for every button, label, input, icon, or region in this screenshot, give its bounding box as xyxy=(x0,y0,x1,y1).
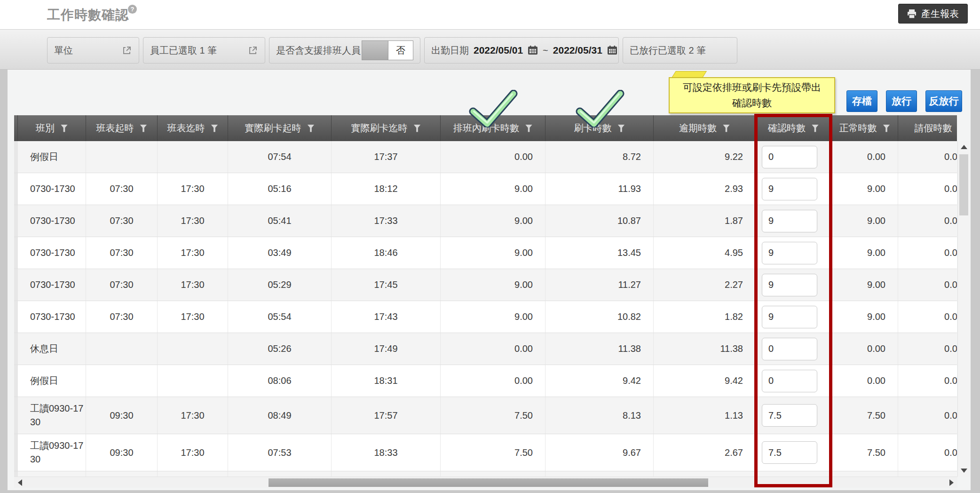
release-button[interactable]: 放行 xyxy=(886,90,917,112)
cell-card-hours: 10.82 xyxy=(545,301,654,333)
confirm-hours-input[interactable] xyxy=(762,210,817,232)
vertical-scrollbar-thumb[interactable] xyxy=(959,154,968,215)
confirm-hours-input[interactable] xyxy=(762,338,817,360)
cell-actual-start xyxy=(228,471,332,477)
calendar-icon[interactable] xyxy=(528,45,538,56)
column-header-label: 正常時數 xyxy=(839,122,877,135)
cell-card-hours: 9.42 xyxy=(545,365,654,397)
vertical-scrollbar[interactable] xyxy=(957,141,970,477)
cell-normal-hours: 9.00 xyxy=(831,205,898,237)
support-shift-label: 是否含支援排班人員 xyxy=(276,44,361,57)
scroll-down-arrow-icon[interactable] xyxy=(961,469,967,473)
filter-funnel-icon[interactable] xyxy=(61,125,68,132)
row-edge-cell xyxy=(14,365,18,397)
confirm-hours-input[interactable] xyxy=(762,370,817,392)
column-header-label: 實際刷卡迄時 xyxy=(351,122,408,135)
horizontal-scrollbar[interactable] xyxy=(14,477,957,488)
date-end-value[interactable]: 2022/05/31 xyxy=(553,45,602,56)
cell-actual-end: 17:57 xyxy=(332,397,441,434)
column-header[interactable]: 實際刷卡迄時 xyxy=(332,115,441,141)
cell-sched-start xyxy=(86,333,158,365)
confirm-hours-input[interactable] xyxy=(762,242,817,264)
row-edge-cell xyxy=(14,173,18,205)
filter-funnel-icon[interactable] xyxy=(414,125,421,132)
date-range-separator: ~ xyxy=(543,45,548,56)
cell-actual-start: 07:54 xyxy=(228,141,332,173)
cell-in-shift-hours: 7.50 xyxy=(441,397,545,434)
scroll-up-arrow-icon[interactable] xyxy=(961,145,967,149)
cell-sched-start: 07:30 xyxy=(86,173,158,205)
filter-funnel-icon[interactable] xyxy=(812,125,819,132)
column-header[interactable]: 班表迄時 xyxy=(158,115,228,141)
help-icon[interactable]: ? xyxy=(128,5,137,14)
cell-overdue-hours xyxy=(654,471,756,477)
cell-card-hours: 11.27 xyxy=(545,269,654,301)
cell-sched-start: 09:30 xyxy=(86,397,158,434)
generate-report-button[interactable]: 產生報表 xyxy=(898,4,968,24)
employee-filter-label: 員工已選取 1 筆 xyxy=(150,44,217,57)
date-start-value[interactable]: 2022/05/01 xyxy=(474,45,523,56)
horizontal-scrollbar-thumb[interactable] xyxy=(269,478,708,487)
cell-normal-hours: 7.50 xyxy=(831,397,898,434)
row-edge-cell xyxy=(14,237,18,269)
column-header[interactable]: 確認時數 xyxy=(756,115,831,141)
unit-filter[interactable]: 單位 xyxy=(47,37,139,64)
filter-funnel-icon[interactable] xyxy=(883,125,890,132)
unrelease-button[interactable]: 反放行 xyxy=(925,90,962,112)
confirm-hours-input[interactable] xyxy=(762,146,817,168)
cell-in-shift-hours: 9.00 xyxy=(441,173,545,205)
cell-normal-hours: 9.00 xyxy=(831,301,898,333)
callout-note: 可設定依排班或刷卡先預設帶出 確認時數 xyxy=(669,77,835,113)
cell-confirm-hours xyxy=(756,269,831,301)
confirm-hours-input[interactable] xyxy=(762,404,817,427)
table-row: 工讀0930-173009:3017:3008:4917:577.508.131… xyxy=(14,397,957,434)
page-title: 工作時數確認 xyxy=(47,6,129,24)
cell-sched-end: 17:30 xyxy=(158,269,228,301)
open-picker-icon[interactable] xyxy=(248,45,258,56)
attendance-date-filter: 出勤日期 2022/05/01 ~ 2022/05/31 xyxy=(424,37,619,64)
confirm-hours-input[interactable] xyxy=(762,274,817,296)
filter-funnel-icon[interactable] xyxy=(211,125,218,132)
filter-funnel-icon[interactable] xyxy=(308,125,315,132)
column-header[interactable]: 班表起時 xyxy=(86,115,158,141)
save-button[interactable]: 存檔 xyxy=(846,90,877,112)
column-header[interactable]: 班別 xyxy=(18,115,86,141)
released-filter[interactable]: 已放行已選取 2 筆 xyxy=(623,37,737,64)
confirm-hours-input[interactable] xyxy=(762,178,817,200)
calendar-icon[interactable] xyxy=(607,45,617,56)
cell-normal-hours: 0.00 xyxy=(831,365,898,397)
cell-confirm-hours xyxy=(756,434,831,471)
filter-funnel-icon[interactable] xyxy=(525,125,532,132)
cell-actual-start: 05:26 xyxy=(228,333,332,365)
column-header[interactable]: 逾期時數 xyxy=(654,115,756,141)
column-header[interactable]: 實際刷卡起時 xyxy=(228,115,332,141)
column-header[interactable]: 正常時數 xyxy=(831,115,898,141)
filter-funnel-icon[interactable] xyxy=(140,125,147,132)
scroll-left-arrow-icon[interactable] xyxy=(18,479,22,486)
cell-sched-end xyxy=(158,141,228,173)
released-filter-label: 已放行已選取 2 筆 xyxy=(630,44,706,57)
scroll-right-arrow-icon[interactable] xyxy=(949,479,954,486)
cell-sched-end xyxy=(158,471,228,477)
top-bar: 工作時數確認 ? 產生報表 xyxy=(0,0,980,29)
table-row: 0730-173007:3017:3005:4117:339.0010.871.… xyxy=(14,205,957,237)
filter-funnel-icon[interactable] xyxy=(723,125,730,132)
table-row: 0730-173007:3017:3005:1618:129.0011.932.… xyxy=(14,173,957,205)
cell-leave-hours: 0.00 xyxy=(898,205,957,237)
cell-sched-start: 07:30 xyxy=(86,269,158,301)
cell-sched-start xyxy=(86,471,158,477)
cell-shift: 例假日 xyxy=(18,365,86,397)
confirm-hours-input[interactable] xyxy=(762,306,817,328)
column-header[interactable]: 請假時數 xyxy=(898,115,957,141)
confirm-hours-input[interactable] xyxy=(762,441,817,464)
open-picker-icon[interactable] xyxy=(122,45,132,56)
table-row: 0730-173007:3017:3005:2917:459.0011.272.… xyxy=(14,269,957,301)
column-header-label: 請假時數 xyxy=(915,122,952,135)
employee-filter[interactable]: 員工已選取 1 筆 xyxy=(143,37,265,64)
support-shift-toggle[interactable]: 否 xyxy=(362,40,413,60)
cell-leave-hours: 0.00 xyxy=(898,301,957,333)
cell-sched-end: 17:30 xyxy=(158,173,228,205)
cell-actual-start: 05:41 xyxy=(228,205,332,237)
row-edge-cell xyxy=(14,397,18,434)
cell-confirm-hours xyxy=(756,365,831,397)
